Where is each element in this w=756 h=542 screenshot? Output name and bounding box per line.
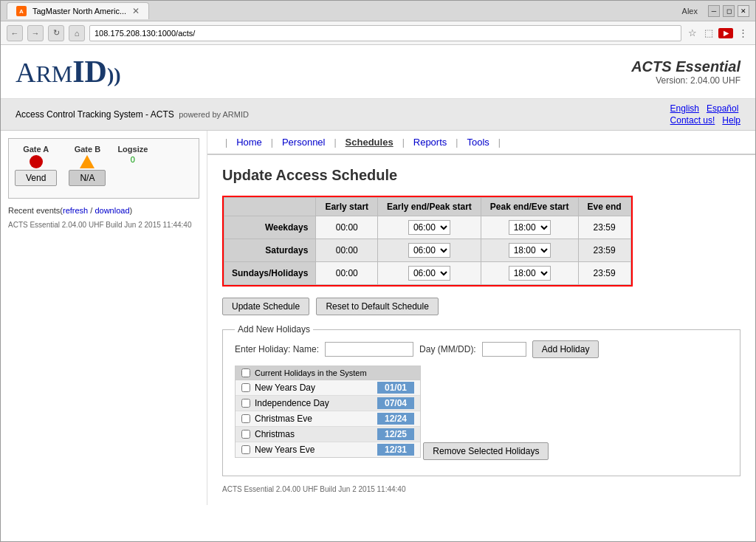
restore-btn[interactable]: ◻ — [723, 5, 735, 17]
reset-schedule-btn[interactable]: Reset to Default Schedule — [316, 298, 438, 315]
english-link[interactable]: English — [670, 103, 699, 114]
day-label: Day (MM/DD): — [419, 344, 476, 354]
minimize-btn[interactable]: ─ — [708, 5, 720, 17]
nav-sep-3: | — [399, 137, 408, 148]
gate-panel: Gate A Vend Gate B N/A Logsize 0 — [8, 138, 199, 199]
holiday-name-input[interactable] — [325, 342, 413, 357]
title-bar: A TagMaster North Americ... ✕ Alex ─ ◻ ✕ — [1, 1, 755, 21]
holiday-name-2: Christmas Eve — [255, 414, 373, 424]
download-link[interactable]: download — [94, 206, 129, 215]
peak-end-select-2[interactable]: 00:0001:0002:0003:0004:0005:0006:0007:00… — [509, 266, 551, 281]
powered-by: powered by ARMID — [176, 110, 249, 119]
schedule-row-label-0: Weekdays — [224, 216, 316, 239]
window-controls: ─ ◻ ✕ — [708, 5, 749, 17]
contact-link[interactable]: Contact us! — [670, 115, 715, 126]
user-label: Alex — [682, 7, 698, 16]
update-schedule-btn[interactable]: Update Schedule — [222, 298, 309, 315]
tab-close-btn[interactable]: ✕ — [132, 6, 140, 16]
holiday-date-2: 12/24 — [377, 413, 414, 425]
na-btn[interactable]: N/A — [69, 170, 106, 186]
holiday-date-0: 01/01 — [377, 382, 414, 394]
peak-end-cell-1[interactable]: 00:0001:0002:0003:0004:0005:0006:0007:00… — [481, 239, 578, 262]
holiday-checkbox-3[interactable] — [241, 430, 250, 439]
logsize-col: Logsize 0 — [117, 145, 148, 164]
tab-favicon: A — [16, 6, 27, 16]
forward-btn[interactable]: → — [27, 25, 44, 41]
nav-bar: | Home | Personnel | Schedules | Reports… — [207, 131, 755, 155]
content-area: Update Access Schedule Early start Early… — [207, 155, 755, 505]
col-header-row — [224, 198, 316, 216]
espanol-link[interactable]: Español — [707, 103, 738, 114]
holiday-name-0: New Years Day — [255, 383, 373, 393]
vend-btn[interactable]: Vend — [15, 170, 57, 186]
holiday-row-3: Christmas12/25 — [236, 427, 420, 442]
nav-reports[interactable]: Reports — [408, 134, 453, 151]
nav-sep-start: | — [222, 137, 230, 148]
main-layout: Gate A Vend Gate B N/A Logsize 0 — [1, 131, 755, 505]
menu-icon[interactable]: ⋮ — [736, 27, 749, 40]
youtube-icon[interactable]: ▶ — [718, 28, 733, 38]
holiday-row-1: Independence Day07/04 — [236, 396, 420, 411]
remove-holidays-btn[interactable]: Remove Selected Holidays — [423, 442, 549, 460]
early-end-cell-0[interactable]: 00:0001:0002:0003:0004:0005:0006:0007:00… — [378, 216, 481, 239]
nav-sep-2: | — [331, 137, 339, 148]
nav-schedules[interactable]: Schedules — [340, 134, 399, 151]
nav-items: | Home | Personnel | Schedules | Reports… — [222, 134, 740, 151]
logo-waves: )) — [107, 64, 121, 86]
url-input[interactable] — [89, 25, 681, 41]
holiday-checkbox-4[interactable] — [241, 445, 250, 454]
early-end-cell-1[interactable]: 00:0001:0002:0003:0004:0005:0006:0007:00… — [378, 239, 481, 262]
sidebar-build-info: ACTS Essential 2.04.00 UHF Build Jun 2 2… — [8, 221, 199, 229]
holiday-input-row: Enter Holiday: Name: Day (MM/DD): Add Ho… — [235, 340, 728, 358]
browser-tab[interactable]: A TagMaster North Americ... ✕ — [7, 2, 149, 19]
col-header-early-start: Early start — [316, 198, 378, 216]
peak-end-select-0[interactable]: 00:0001:0002:0003:0004:0005:0006:0007:00… — [509, 220, 551, 235]
holiday-name-4: New Years Eve — [255, 445, 373, 455]
right-content: | Home | Personnel | Schedules | Reports… — [207, 131, 755, 505]
nav-home[interactable]: Home — [230, 134, 268, 151]
site-header: ARMID)) ACTS Essential Version: 2.04.00 … — [1, 45, 755, 99]
holiday-name-3: Christmas — [255, 429, 373, 439]
holiday-day-input[interactable] — [482, 342, 526, 357]
bookmark-star-icon[interactable]: ☆ — [686, 27, 699, 40]
early-end-cell-2[interactable]: 00:0001:0002:0003:0004:0005:0006:0007:00… — [378, 262, 481, 285]
holiday-checkbox-0[interactable] — [241, 383, 250, 392]
eve-end-2: 23:59 — [578, 262, 630, 285]
early-end-select-2[interactable]: 00:0001:0002:0003:0004:0005:0006:0007:00… — [408, 266, 450, 281]
logo-id: ID — [72, 55, 107, 89]
col-header-early-end: Early end/Peak start — [378, 198, 481, 216]
early-start-0: 00:00 — [316, 216, 378, 239]
nav-tools[interactable]: Tools — [461, 134, 495, 151]
holiday-checkbox-1[interactable] — [241, 399, 250, 408]
holidays-header: Current Holidays in the System — [236, 366, 420, 380]
gate-a-col: Gate A Vend — [15, 145, 57, 186]
gate-a-indicator — [30, 155, 43, 168]
holiday-checkbox-2[interactable] — [241, 414, 250, 423]
peak-end-cell-0[interactable]: 00:0001:0002:0003:0004:0005:0006:0007:00… — [481, 216, 578, 239]
refresh-link[interactable]: refresh — [63, 206, 88, 215]
early-start-1: 00:00 — [316, 239, 378, 262]
reload-btn[interactable]: ↻ — [48, 25, 64, 41]
back-btn[interactable]: ← — [7, 25, 23, 41]
nav-personnel[interactable]: Personnel — [276, 134, 331, 151]
schedule-table: Early start Early end/Peak start Peak en… — [224, 197, 631, 285]
close-btn[interactable]: ✕ — [738, 5, 749, 17]
add-holiday-btn[interactable]: Add Holiday — [532, 340, 599, 358]
select-all-holidays-checkbox[interactable] — [241, 368, 250, 377]
version-text: Version: 2.04.00 UHF — [631, 75, 740, 86]
early-end-select-0[interactable]: 00:0001:0002:0003:0004:0005:0006:0007:00… — [408, 220, 450, 235]
peak-end-cell-2[interactable]: 00:0001:0002:0003:0004:0005:0006:0007:00… — [481, 262, 578, 285]
col-header-peak-end: Peak end/Eve start — [481, 198, 578, 216]
gate-a-label: Gate A — [23, 145, 49, 154]
holiday-name-1: Independence Day — [255, 398, 373, 408]
peak-end-select-1[interactable]: 00:0001:0002:0003:0004:0005:0006:0007:00… — [509, 243, 551, 258]
page-content: ARMID)) ACTS Essential Version: 2.04.00 … — [1, 45, 755, 541]
holiday-date-3: 12/25 — [377, 428, 414, 440]
help-link[interactable]: Help — [722, 115, 740, 126]
extensions-icon[interactable]: ⬚ — [702, 27, 715, 40]
home-btn[interactable]: ⌂ — [69, 25, 85, 41]
holidays-list: New Years Day01/01Independence Day07/04C… — [236, 380, 420, 457]
page-title: Update Access Schedule — [222, 167, 740, 184]
early-end-select-1[interactable]: 00:0001:0002:0003:0004:0005:0006:0007:00… — [408, 243, 450, 258]
logo-arm: ARM — [16, 57, 72, 88]
